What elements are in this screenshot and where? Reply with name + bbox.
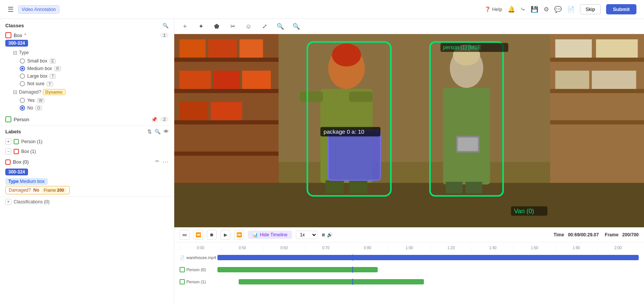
svg-text:package 0 a: 10: package 0 a: 10 [324, 128, 364, 135]
save-icon[interactable]: 💾 [531, 6, 538, 13]
svg-rect-20 [555, 39, 592, 58]
select-tool[interactable]: ⬟ [211, 21, 222, 32]
speed-select[interactable]: 1x 0.5x 1.5x 2x [296, 231, 317, 239]
cursor-tool[interactable]: ✦ [195, 21, 206, 32]
svg-rect-6 [174, 120, 279, 124]
ruler-0:80: 0:80 [347, 246, 388, 251]
settings-icon[interactable]: ⚙ [544, 6, 549, 13]
track-bar-area-person1[interactable] [217, 279, 639, 285]
canvas-area[interactable]: package 0 a: 10 person (1) [MSE Van (0) [174, 34, 644, 227]
toolbar: ＋ ✦ ⬟ ✂ ☺ ⤢ 🔍 🔍 [174, 19, 644, 34]
zoom-out-tool[interactable]: 🔍 [291, 21, 302, 32]
svg-rect-29 [341, 50, 352, 58]
app-badge: Video Annotation [18, 5, 59, 14]
collapse-icon[interactable]: ⊟ [13, 50, 17, 56]
type-attribute-group: ⊟ Type Small box E Medium box R Large bo… [13, 50, 169, 87]
playhead-person0[interactable] [352, 267, 353, 273]
playhead-person1[interactable] [352, 279, 353, 285]
top-bar-right: ❓ Help 🔔 ⤷ 💾 ⚙ 💬 📄 Skip Submit [485, 4, 636, 14]
damaged-attribute-header: ⊟ Damaged? Dynamic [13, 89, 169, 95]
ruler-0:00: 0:00 [180, 246, 221, 251]
timeline-ruler: 0:00 0:50 0:60 0:70 0:80 1:00 1:20 1:40 … [174, 242, 644, 251]
track-bar-area-person0[interactable] [217, 267, 639, 273]
next-frame-button[interactable]: ▶ [220, 230, 230, 240]
svg-rect-15 [211, 102, 242, 120]
person0-class-icon [180, 267, 185, 272]
time-info: Time 00:69/00:29.07 Frame 200/700 [553, 232, 639, 237]
expand-person1[interactable]: + [5, 139, 11, 145]
main-layout: Classes 🔍 Box * 1 300-324 ⊟ Type [0, 19, 644, 303]
svg-rect-11 [180, 71, 211, 89]
track-bar-area-warehouse[interactable] [217, 255, 639, 261]
search-icon[interactable]: 🔍 [163, 23, 169, 28]
ruler-1:20: 1:20 [430, 246, 472, 251]
edit-icon[interactable]: ✏ [155, 158, 159, 166]
svg-rect-9 [208, 39, 237, 58]
more-icon[interactable]: ⋯ [163, 158, 169, 166]
skip-back-button[interactable]: ⏮ [180, 230, 189, 240]
ruler-1:60: 1:60 [514, 246, 555, 251]
svg-rect-8 [180, 39, 206, 58]
type-option-medium[interactable]: Medium box R [20, 65, 169, 72]
labels-header: Labels ⇅ 🔍 👁 [0, 125, 174, 137]
radio-small[interactable] [20, 58, 25, 64]
top-bar: ☰ Video Annotation ❓ Help 🔔 ⤷ 💾 ⚙ 💬 📄 Sk… [0, 0, 644, 19]
track-person0: Person (0) [180, 264, 639, 275]
prev-frame-button[interactable]: ⏪ [193, 230, 203, 240]
radio-medium[interactable] [20, 66, 25, 71]
box-class-icon [5, 32, 11, 38]
share-icon[interactable]: ⤷ [521, 6, 525, 13]
fullscreen-tool[interactable]: ⤢ [259, 21, 270, 32]
skip-button[interactable]: Skip [580, 4, 601, 14]
top-bar-left: ☰ Video Annotation [8, 5, 59, 14]
track-bar-person1 [239, 279, 424, 284]
svg-rect-40 [445, 182, 462, 193]
zoom-in-tool[interactable]: 🔍 [275, 21, 286, 32]
fast-forward-button[interactable]: ⏩ [234, 230, 244, 240]
svg-rect-41 [466, 182, 482, 193]
hide-timeline-button[interactable]: 📊 Hide Timeline [248, 231, 292, 239]
damaged-option-yes[interactable]: Yes W [20, 97, 169, 104]
required-star: * [24, 33, 26, 38]
frame-tag: Frame 200 [42, 187, 66, 193]
expand-classifications[interactable]: + [5, 199, 11, 205]
svg-rect-12 [213, 71, 239, 89]
damaged-option-no[interactable]: No O [20, 104, 169, 112]
radio-no[interactable] [20, 105, 25, 111]
ruler-1:80: 1:80 [555, 246, 597, 251]
box1-label-item: − Box (1) [0, 147, 174, 156]
expand-box1[interactable]: − [5, 148, 11, 155]
cut-tool[interactable]: ✂ [227, 21, 238, 32]
radio-large[interactable] [20, 73, 25, 79]
add-tool[interactable]: ＋ [180, 21, 190, 32]
type-option-large[interactable]: Large box T [20, 72, 169, 80]
hamburger-icon[interactable]: ☰ [8, 5, 14, 14]
type-option-notsure[interactable]: Not sure Y [20, 80, 169, 87]
eye-icon[interactable]: 👁 [164, 129, 169, 134]
pin-icon[interactable]: 📌 [151, 117, 157, 122]
search-labels-icon[interactable]: 🔍 [155, 129, 161, 134]
box-class-row: Box * 1 [5, 32, 169, 38]
svg-rect-4 [174, 58, 279, 62]
type-option-small[interactable]: Small box E [20, 57, 169, 65]
emoji-tool[interactable]: ☺ [243, 21, 254, 32]
help-button[interactable]: ❓ Help [485, 6, 502, 12]
document-icon[interactable]: 📄 [567, 6, 575, 13]
radio-yes[interactable] [20, 98, 25, 103]
radio-notsure[interactable] [20, 81, 25, 86]
track-warehouse: 📄 warehouse.mp4 [180, 252, 639, 263]
person-class-row: Person 📌 2 [0, 113, 174, 125]
timeline-icon: 📊 [252, 232, 258, 237]
collapse-damaged-icon[interactable]: ⊟ [13, 89, 17, 95]
submit-button[interactable]: Submit [606, 4, 636, 14]
ruler-1:40: 1:40 [472, 246, 513, 251]
notification-icon[interactable]: 🔔 [508, 6, 515, 13]
playhead[interactable] [352, 255, 353, 261]
play-button[interactable]: ⏺ [207, 230, 217, 240]
chat-icon[interactable]: 💬 [554, 6, 562, 13]
timeline-controls: ⏮ ⏪ ⏺ ▶ ⏩ 📊 Hide Timeline 1x 0.5x 1.5x 2… [174, 228, 644, 242]
svg-rect-22 [555, 71, 589, 89]
file-icon: 📄 [180, 255, 185, 260]
box-class-item: Box * 1 300-324 ⊟ Type Small box E [0, 31, 174, 113]
sort-icon[interactable]: ⇅ [147, 129, 152, 134]
